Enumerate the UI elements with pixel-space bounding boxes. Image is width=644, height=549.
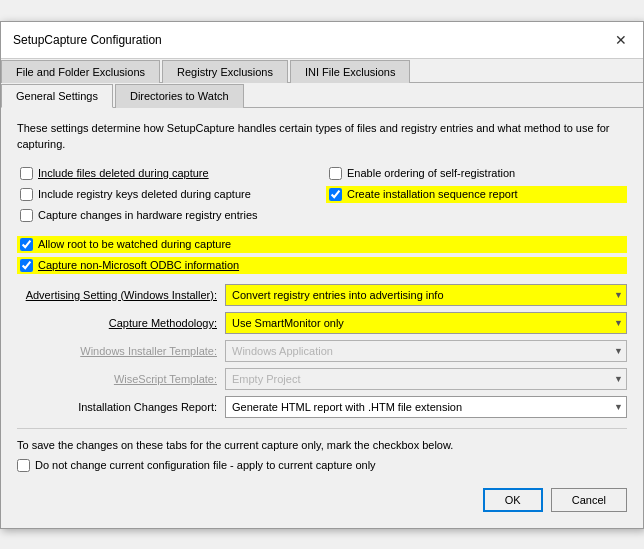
checkbox-grid: Include files deleted during capture Ena… <box>17 165 627 224</box>
advertising-select[interactable]: Convert registry entries into advertisin… <box>225 284 627 306</box>
wisescript-select-wrapper: Empty Project Default ▼ <box>225 368 627 390</box>
wisescript-label: WiseScript Template: <box>17 373 217 385</box>
checkbox-capture-odbc: Capture non-Microsoft ODBC information <box>17 257 627 274</box>
form-row-wi-template: Windows Installer Template: Windows Appl… <box>17 340 627 362</box>
close-button[interactable]: ✕ <box>611 30 631 50</box>
changes-report-label: Installation Changes Report: <box>17 401 217 413</box>
tab-ini-file[interactable]: INI File Exclusions <box>290 60 410 83</box>
create-sequence-checkbox[interactable] <box>329 188 342 201</box>
include-registry-checkbox[interactable] <box>20 188 33 201</box>
capture-hardware-label: Capture changes in hardware registry ent… <box>38 209 258 221</box>
include-files-label: Include files deleted during capture <box>38 167 209 179</box>
content-area: These settings determine how SetupCaptur… <box>1 108 643 528</box>
advertising-label: Advertising Setting (Windows Installer): <box>17 289 217 301</box>
form-row-advertising: Advertising Setting (Windows Installer):… <box>17 284 627 306</box>
empty-cell <box>326 207 627 224</box>
cancel-button[interactable]: Cancel <box>551 488 627 512</box>
capture-odbc-label: Capture non-Microsoft ODBC information <box>38 259 239 271</box>
checkbox-allow-root: Allow root to be watched during capture <box>17 236 627 253</box>
enable-ordering-checkbox[interactable] <box>329 167 342 180</box>
capture-method-select-wrapper: Use SmartMonitor only Use file system mo… <box>225 312 627 334</box>
tab-row-2: General Settings Directories to Watch <box>1 83 643 108</box>
changes-report-select-wrapper: Generate HTML report with .HTM file exte… <box>225 396 627 418</box>
main-window: SetupCapture Configuration ✕ File and Fo… <box>0 21 644 529</box>
enable-ordering-label: Enable ordering of self-registration <box>347 167 515 179</box>
changes-report-select[interactable]: Generate HTML report with .HTM file exte… <box>225 396 627 418</box>
form-row-wisescript: WiseScript Template: Empty Project Defau… <box>17 368 627 390</box>
capture-hardware-checkbox[interactable] <box>20 209 33 222</box>
wi-template-select-wrapper: Windows Application Empty Project ▼ <box>225 340 627 362</box>
allow-root-checkbox[interactable] <box>20 238 33 251</box>
include-registry-label: Include registry keys deleted during cap… <box>38 188 251 200</box>
allow-root-label: Allow root to be watched during capture <box>38 238 231 250</box>
no-change-config-checkbox[interactable] <box>17 459 30 472</box>
tab-directories-to-watch[interactable]: Directories to Watch <box>115 84 244 108</box>
tab-file-folder[interactable]: File and Folder Exclusions <box>1 60 160 83</box>
no-change-config-label: Do not change current configuration file… <box>35 459 376 471</box>
bottom-buttons: OK Cancel <box>17 484 627 516</box>
advertising-select-wrapper: Convert registry entries into advertisin… <box>225 284 627 306</box>
description-text: These settings determine how SetupCaptur… <box>17 120 627 153</box>
checkbox-capture-hardware: Capture changes in hardware registry ent… <box>17 207 318 224</box>
wi-template-label: Windows Installer Template: <box>17 345 217 357</box>
create-sequence-label: Create installation sequence report <box>347 188 518 200</box>
capture-method-label: Capture Methodology: <box>17 317 217 329</box>
checkbox-include-files: Include files deleted during capture <box>17 165 318 182</box>
window-title: SetupCapture Configuration <box>13 33 162 47</box>
form-row-capture-method: Capture Methodology: Use SmartMonitor on… <box>17 312 627 334</box>
tab-row-1: File and Folder Exclusions Registry Excl… <box>1 59 643 83</box>
checkbox-include-registry: Include registry keys deleted during cap… <box>17 186 318 203</box>
divider <box>17 428 627 429</box>
title-bar: SetupCapture Configuration ✕ <box>1 22 643 59</box>
form-row-changes-report: Installation Changes Report: Generate HT… <box>17 396 627 418</box>
ok-button[interactable]: OK <box>483 488 543 512</box>
include-files-checkbox[interactable] <box>20 167 33 180</box>
checkbox-create-sequence: Create installation sequence report <box>326 186 627 203</box>
capture-odbc-checkbox[interactable] <box>20 259 33 272</box>
checkbox-no-change-config: Do not change current configuration file… <box>17 459 627 472</box>
tab-general-settings[interactable]: General Settings <box>1 84 113 108</box>
wi-template-select[interactable]: Windows Application Empty Project <box>225 340 627 362</box>
checkbox-enable-ordering: Enable ordering of self-registration <box>326 165 627 182</box>
capture-method-select[interactable]: Use SmartMonitor only Use file system mo… <box>225 312 627 334</box>
save-note: To save the changes on these tabs for th… <box>17 439 627 451</box>
wisescript-select[interactable]: Empty Project Default <box>225 368 627 390</box>
tab-registry-exclusions[interactable]: Registry Exclusions <box>162 60 288 83</box>
